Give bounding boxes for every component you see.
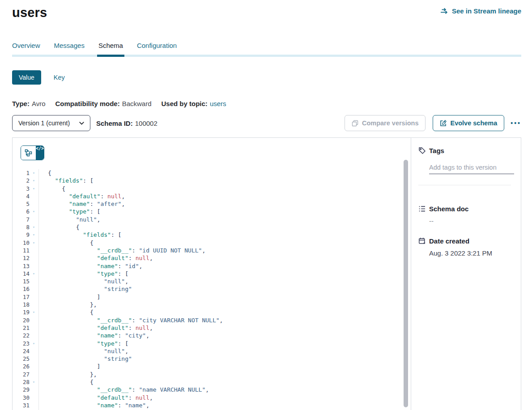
stream-lineage-link[interactable]: See in Stream lineage — [440, 7, 521, 15]
code-text: "name": "city", — [39, 332, 149, 339]
code-text: "name": "name", — [39, 401, 149, 409]
gutter: 12 — [13, 254, 39, 262]
add-tags-input[interactable] — [429, 163, 514, 174]
line-number: 8 — [13, 223, 30, 231]
code-line: 26 ] — [13, 363, 411, 370]
schema-type: Type:Avro — [12, 100, 45, 107]
code-line: 3▾ { — [13, 185, 411, 192]
tab-label: Schema — [98, 42, 123, 49]
code-text: }, — [39, 301, 97, 308]
fold-arrow-icon[interactable]: ▾ — [30, 185, 38, 192]
gutter: 18 — [13, 301, 39, 308]
code-view-icon[interactable]: </> — [36, 146, 44, 160]
fold-arrow-icon[interactable]: ▾ — [30, 223, 38, 231]
list-icon — [418, 205, 426, 213]
gutter: 14▾ — [13, 270, 39, 278]
date-created-value: Aug. 3 2022 3:21 PM — [429, 249, 513, 257]
tab-bar: OverviewMessagesSchemaConfiguration — [12, 42, 521, 55]
fold-arrow-icon[interactable]: ▾ — [30, 169, 38, 177]
code-text: { — [39, 223, 79, 231]
stream-lineage-label: See in Stream lineage — [452, 7, 521, 15]
gutter: 31 — [13, 401, 39, 409]
tab-messages[interactable]: Messages — [54, 42, 85, 55]
code-line: 17 ] — [13, 293, 411, 301]
key-toggle-link[interactable]: Key — [54, 74, 65, 81]
gutter: 24 — [13, 347, 39, 355]
stream-lineage-icon — [440, 8, 449, 14]
fold-arrow-icon[interactable]: ▾ — [30, 208, 38, 215]
code-line: 20 "__crdb__": "city VARCHAR NOT NULL", — [13, 316, 411, 324]
version-bar: Version 1 (current) Schema ID:100002 Com… — [12, 115, 521, 131]
gutter: 8▾ — [13, 223, 39, 231]
schema-meta-row: Type:Avro Compatibility mode:Backward Us… — [12, 100, 521, 107]
code-line: 5 "name": "after", — [13, 200, 411, 208]
code-line: 27 }, — [13, 371, 411, 378]
active-tab-indicator — [97, 55, 124, 57]
tab-configuration[interactable]: Configuration — [137, 42, 177, 55]
value-toggle-button[interactable]: Value — [12, 70, 41, 85]
gutter: 20 — [13, 316, 39, 324]
line-number: 31 — [13, 401, 30, 409]
line-number: 12 — [13, 254, 30, 262]
used-by-topic: Used by topic:users — [162, 100, 226, 107]
tags-title: Tags — [429, 147, 444, 154]
line-number: 13 — [13, 262, 30, 270]
edit-icon — [440, 120, 447, 127]
compare-versions-button[interactable]: Compare versions — [345, 115, 426, 131]
code-text: "type": [ — [39, 208, 100, 215]
code-text: "string" — [39, 285, 132, 293]
code-text: "default": null, — [39, 192, 125, 200]
tab-label: Overview — [12, 42, 40, 49]
code-line: 9▾ "fields": [ — [13, 231, 411, 239]
code-line: 21 "default": null, — [13, 324, 411, 332]
tab-overview[interactable]: Overview — [12, 42, 40, 55]
code-line: 7 "null", — [13, 216, 411, 223]
gutter: 21 — [13, 324, 39, 332]
gutter: 19▾ — [13, 308, 39, 316]
tab-label: Configuration — [137, 42, 177, 49]
page-title: users — [12, 5, 47, 20]
code-line: 10▾ { — [13, 239, 411, 247]
gutter: 30 — [13, 394, 39, 401]
fold-arrow-icon[interactable]: ▾ — [30, 239, 38, 247]
gutter: 13 — [13, 262, 39, 270]
calendar-add-icon — [418, 237, 426, 245]
evolve-label: Evolve schema — [450, 120, 497, 127]
line-number: 24 — [13, 347, 30, 355]
topic-link[interactable]: users — [210, 100, 226, 107]
line-number: 5 — [13, 200, 30, 208]
code-line: 15 "null", — [13, 278, 411, 285]
line-number: 16 — [13, 285, 30, 293]
code-line: 29 "__crdb__": "name VARCHAR NULL", — [13, 386, 411, 393]
fold-arrow-icon[interactable]: ▾ — [30, 340, 38, 347]
version-select[interactable]: Version 1 (current) — [12, 115, 90, 131]
tree-view-icon[interactable] — [21, 146, 36, 160]
compatibility-mode: Compatibility mode:Backward — [55, 100, 151, 107]
gutter: 23▾ — [13, 340, 39, 347]
tab-underline-bar — [12, 55, 521, 57]
code-text: { — [39, 308, 94, 316]
fold-arrow-icon[interactable]: ▾ — [30, 177, 38, 184]
gutter: 5 — [13, 200, 39, 208]
tab-schema[interactable]: Schema — [98, 42, 123, 55]
fold-arrow-icon[interactable]: ▾ — [30, 308, 38, 316]
code-line: 28▾ { — [13, 378, 411, 386]
code-line: 4 "default": null, — [13, 192, 411, 200]
vertical-scrollbar[interactable] — [404, 160, 408, 407]
fold-arrow-icon[interactable]: ▾ — [30, 231, 38, 239]
schema-doc-heading: Schema doc — [418, 205, 513, 213]
code-line: 30 "default": null, — [13, 394, 411, 401]
line-number: 28 — [13, 378, 30, 386]
schema-editor: </> 1▾{2▾ "fields": [3▾ {4 "default": nu… — [13, 138, 411, 410]
editor-view-toggle: </> — [21, 145, 44, 160]
line-number: 26 — [13, 363, 30, 370]
gutter: 26 — [13, 363, 39, 370]
more-actions-button[interactable]: ••• — [511, 120, 521, 127]
gutter: 17 — [13, 293, 39, 301]
tag-icon — [418, 147, 426, 154]
fold-arrow-icon[interactable]: ▾ — [30, 378, 38, 386]
line-number: 15 — [13, 278, 30, 285]
fold-arrow-icon[interactable]: ▾ — [30, 270, 38, 278]
code-line: 2▾ "fields": [ — [13, 177, 411, 184]
evolve-schema-button[interactable]: Evolve schema — [433, 115, 504, 131]
